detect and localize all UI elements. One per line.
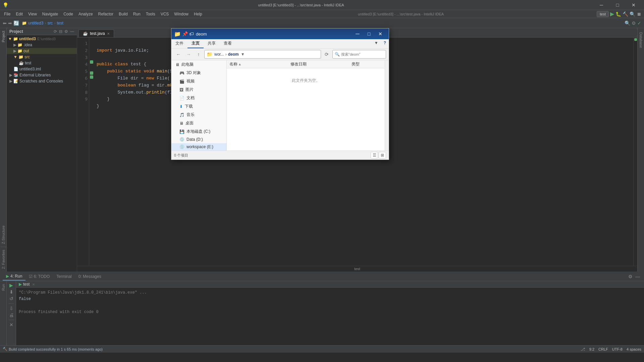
tree-item-test-file[interactable]: ☕ test <box>7 60 77 66</box>
maximize-button[interactable]: □ <box>610 0 625 10</box>
fe-forward-button[interactable]: → <box>184 50 193 58</box>
print-button[interactable]: 🖨 <box>9 312 14 318</box>
menu-view[interactable]: View <box>25 11 40 17</box>
rerun-button[interactable]: ▶ <box>9 283 13 288</box>
fe-address-bar[interactable]: 📁 wor... › deom ▼ <box>204 50 321 59</box>
address-part-deom[interactable]: deom <box>228 52 239 57</box>
close-run-button[interactable]: ✕ <box>9 322 13 327</box>
fe-up-button[interactable]: ↑ <box>194 50 203 58</box>
refresh-icon[interactable]: 🔄 <box>13 20 19 26</box>
menu-help[interactable]: Help <box>191 11 205 17</box>
fe-search-box[interactable]: 🔍 <box>332 50 386 59</box>
breadcrumb-project[interactable]: 📁 <box>22 21 27 25</box>
fe-sidebar-item-3d[interactable]: 🎮 3D 对象 <box>171 69 226 77</box>
run-subtab-label[interactable]: test <box>23 282 30 287</box>
fe-grid-view-button[interactable]: ⊞ <box>379 152 386 159</box>
search-everywhere-icon[interactable]: 🔍 <box>625 20 630 26</box>
hide-icon[interactable]: — <box>70 29 74 34</box>
fe-sidebar-item-music[interactable]: 🎵 音乐 <box>171 111 226 119</box>
line-ending[interactable]: CRLF <box>598 347 608 351</box>
close-button[interactable]: ✕ <box>626 0 641 10</box>
database-tab-vertical[interactable]: Database <box>638 29 644 51</box>
cursor-position[interactable]: 9:2 <box>589 347 594 351</box>
favorites-tab-vertical[interactable]: 2: Favorites <box>0 247 6 272</box>
fe-back-button[interactable]: ← <box>174 50 183 58</box>
address-dropdown[interactable]: ▼ <box>241 52 245 57</box>
debug-button[interactable]: 🐛 <box>615 11 621 17</box>
minimize-button[interactable]: ─ <box>594 0 609 10</box>
address-part-wor[interactable]: wor... <box>214 52 224 57</box>
tree-item-iml[interactable]: 📄 untitled3.iml <box>7 66 77 72</box>
project-tab-vertical[interactable]: Project <box>0 28 6 45</box>
menu-analyze[interactable]: Analyze <box>76 11 96 17</box>
fe-sidebar-item-desktop[interactable]: 🖥 桌面 <box>171 119 226 127</box>
tree-item-src[interactable]: ▼ 📁 src <box>7 54 77 60</box>
fe-close-button[interactable]: ✕ <box>375 29 386 39</box>
menu-code[interactable]: Code <box>61 11 76 17</box>
menu-tools[interactable]: Tools <box>143 11 158 17</box>
run-hide-icon[interactable]: — <box>634 274 641 279</box>
fe-sidebar-item-video[interactable]: 🎬 视频 <box>171 77 226 85</box>
fe-menu-home[interactable]: 主页 <box>187 39 204 48</box>
fe-sidebar-item-d-drive[interactable]: 💿 Data (D:) <box>171 136 226 143</box>
stop-button[interactable]: ⏹ <box>637 11 641 17</box>
menu-edit[interactable]: Edit <box>13 11 25 17</box>
back-icon[interactable]: ⬅ <box>3 20 7 26</box>
scroll-to-end-button[interactable]: ⇩ <box>9 306 13 311</box>
col-type[interactable]: 类型 <box>352 61 382 67</box>
tab-close-icon[interactable]: ✕ <box>107 32 110 36</box>
fe-sidebar-item-download[interactable]: ⬇ 下载 <box>171 102 226 111</box>
indent[interactable]: 4 spaces <box>627 347 641 351</box>
tab-test-java[interactable]: ☕ test.java ✕ <box>78 29 114 37</box>
fe-maximize-button[interactable]: □ <box>363 29 375 39</box>
run-vertical-label[interactable]: Run <box>1 283 6 292</box>
settings-panel-icon[interactable]: ⚙ <box>64 29 68 34</box>
breadcrumb-untitled3[interactable]: untitled3 <box>28 21 43 25</box>
stop-run-button[interactable]: ⬇ <box>9 289 13 295</box>
run-subtab-close[interactable]: ✕ <box>32 283 35 286</box>
run-button[interactable]: ▶ <box>610 11 614 17</box>
build-button[interactable]: 🔨 <box>623 11 628 17</box>
structure-tab-vertical[interactable]: Z-Structure <box>0 223 6 247</box>
menu-refactor[interactable]: Refactor <box>96 11 116 17</box>
col-name[interactable]: 名称 ▲ <box>229 61 290 67</box>
tree-item-untitled3[interactable]: ▼ 📁 untitled3 E:\untitled3 <box>7 36 77 42</box>
fe-scrollbar[interactable] <box>385 60 389 150</box>
menu-vcs[interactable]: VCS <box>158 11 172 17</box>
fe-menu-share[interactable]: 共享 <box>204 39 220 48</box>
breadcrumb-src[interactable]: src <box>47 21 53 25</box>
menu-run[interactable]: Run <box>130 11 143 17</box>
menu-navigate[interactable]: Navigate <box>40 11 61 17</box>
tab-todo[interactable]: ☑ 6: TODO <box>25 273 53 280</box>
tree-item-idea[interactable]: ▶ 📁 .idea <box>7 42 77 48</box>
collapse-icon[interactable]: ⊟ <box>59 29 62 34</box>
fe-menu-expand[interactable]: ▼ <box>372 39 381 48</box>
fe-search-input[interactable] <box>341 52 384 56</box>
fe-sidebar-item-computer[interactable]: 🖥 此电脑 <box>171 60 226 69</box>
tree-item-scratches[interactable]: ▶ 📝 Scratches and Consoles <box>7 78 77 84</box>
fe-minimize-button[interactable]: ─ <box>352 29 363 39</box>
fe-menu-file[interactable]: 文件 <box>171 39 187 48</box>
sync-icon[interactable]: ⟳ <box>54 29 57 34</box>
tab-run[interactable]: ▶ 4: Run <box>3 273 25 281</box>
fe-menu-help[interactable]: ? <box>381 39 389 48</box>
run-settings-icon[interactable]: ⚙ <box>627 274 634 279</box>
tab-messages[interactable]: 0: Messages <box>75 273 105 280</box>
tab-terminal[interactable]: Terminal <box>53 273 75 280</box>
fe-sidebar-item-doc[interactable]: 📄 文档 <box>171 94 226 102</box>
checkmark-icon[interactable]: ✓ <box>637 20 641 26</box>
fe-sidebar-item-e-drive[interactable]: 💿 workspace (E:) <box>171 143 226 150</box>
gutter-run-mark[interactable] <box>90 60 93 64</box>
fe-refresh-button[interactable]: ⟳ <box>322 50 331 58</box>
run-config-dropdown[interactable]: test <box>597 11 609 17</box>
fe-sidebar-item-picture[interactable]: 🖼 图片 <box>171 85 226 94</box>
forward-icon[interactable]: ➡ <box>8 20 12 26</box>
menu-file[interactable]: File <box>1 11 13 17</box>
col-date[interactable]: 修改日期 <box>290 61 352 67</box>
fe-sidebar-item-c-drive[interactable]: 💾 本地磁盘 (C:) <box>171 127 226 136</box>
menu-build[interactable]: Build <box>116 11 130 17</box>
fe-list-view-button[interactable]: ☰ <box>371 152 378 159</box>
settings-icon[interactable]: ⚙ <box>632 20 636 26</box>
menu-window[interactable]: Window <box>171 11 191 17</box>
rerun-failed-button[interactable]: ↺ <box>9 296 13 301</box>
